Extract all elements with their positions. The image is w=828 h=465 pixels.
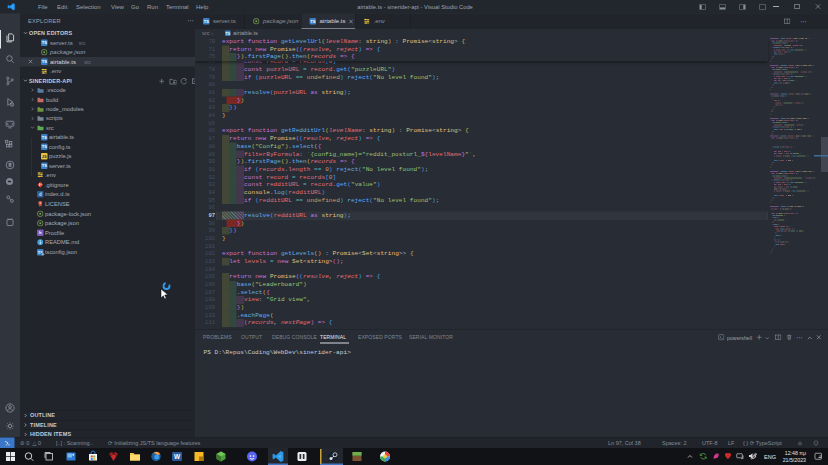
svg-text:W: W [174, 453, 181, 460]
